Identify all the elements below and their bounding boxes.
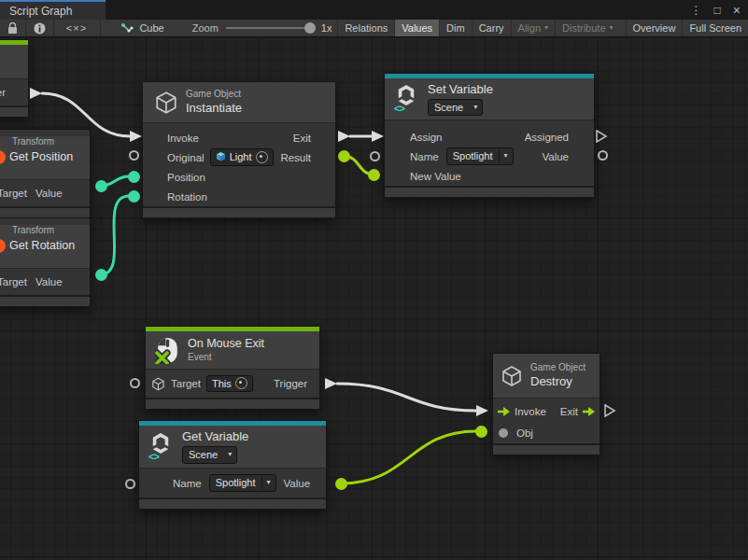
lock-button[interactable] xyxy=(0,20,25,36)
zoom-slider[interactable] xyxy=(226,27,316,29)
edge-on-mouse-exit-trigger--destroy-invoke[interactable] xyxy=(337,384,477,411)
tab-script-graph[interactable]: Script Graph xyxy=(0,0,106,20)
code-preview-button[interactable]: <×> xyxy=(53,20,100,36)
port-marker-destroy-invoke-in[interactable] xyxy=(476,405,488,416)
port-result[interactable]: Result xyxy=(280,152,311,163)
node-on-mouse-exit[interactable]: On Mouse Exit Event Target This Trigger xyxy=(145,326,320,410)
port-marker-assigned-out[interactable] xyxy=(596,130,608,143)
port-name[interactable]: Name xyxy=(410,151,439,162)
port-new-value[interactable]: New Value xyxy=(410,171,461,182)
port-rotation[interactable]: Rotation xyxy=(167,191,207,203)
port-marker-original-in[interactable] xyxy=(129,150,139,161)
port-marker-mouse-exit-trigger-out[interactable] xyxy=(325,378,337,389)
port-assign[interactable]: Assign xyxy=(410,132,443,143)
node-instantiate[interactable]: Game Object Instantiate Invoke Exit Orig… xyxy=(142,81,336,218)
port-target[interactable]: Target xyxy=(171,378,201,389)
node-destroy[interactable]: Game Object Destroy Invoke Exit xyxy=(492,353,600,455)
transform-icon xyxy=(0,239,6,253)
node-set-variable[interactable]: <> Set Variable Scene ▾ Assign Assigned … xyxy=(384,73,595,198)
port-marker-mouse-target-in[interactable] xyxy=(130,378,140,388)
port-marker-destroy-obj-in[interactable] xyxy=(475,426,487,438)
fullscreen-button[interactable]: Full Screen xyxy=(682,20,748,36)
port-marker-value-out[interactable] xyxy=(598,150,608,161)
port-target[interactable]: Target xyxy=(0,188,27,199)
port-marker-destroy-exit-out[interactable] xyxy=(604,404,616,417)
cube-icon xyxy=(501,365,523,387)
port-marker-event-trigger-out[interactable] xyxy=(30,88,42,99)
tab-title: Script Graph xyxy=(9,5,72,18)
inspect-button[interactable] xyxy=(26,20,53,36)
port-marker-instantiate-invoke-in[interactable] xyxy=(130,131,142,142)
port-exit[interactable]: Exit xyxy=(560,406,578,417)
node-footer xyxy=(143,206,335,217)
scope-dropdown[interactable]: Scene ▾ xyxy=(182,446,237,463)
port-invoke[interactable]: Invoke xyxy=(167,133,199,144)
gameobject-icon xyxy=(216,151,226,162)
port-position[interactable]: Position xyxy=(167,172,205,183)
port-marker-getvar-name-in[interactable] xyxy=(125,479,135,489)
node-get-rotation[interactable]: Transform Get Rotation Target Value xyxy=(0,217,91,307)
scope-dropdown[interactable]: Scene ▾ xyxy=(428,99,483,116)
distribute-dropdown[interactable]: Distribute▾ xyxy=(555,20,619,36)
object-picker-icon[interactable] xyxy=(235,377,247,389)
port-exit[interactable]: Exit xyxy=(293,133,311,144)
node-category: Game Object xyxy=(186,89,242,101)
close-icon[interactable]: × xyxy=(733,3,741,18)
port-name[interactable]: Name xyxy=(173,478,202,489)
node-footer xyxy=(0,295,90,306)
dim-toggle[interactable]: Dim xyxy=(439,20,472,36)
values-toggle[interactable]: Values xyxy=(394,20,439,36)
port-original[interactable]: Original xyxy=(167,152,205,163)
node-title: Get Position xyxy=(9,150,73,165)
variable-name-dropdown[interactable]: Spotlight ▾ xyxy=(446,147,514,164)
graph-breadcrumb[interactable]: Cube xyxy=(120,20,163,36)
port-invoke[interactable]: Invoke xyxy=(515,406,546,417)
target-object-field[interactable]: This xyxy=(206,375,253,392)
chevron-down-icon: ▾ xyxy=(223,449,236,460)
port-value[interactable]: Value xyxy=(35,188,63,199)
graph-canvas[interactable]: Trigger Game Object Instantiate Invoke E… xyxy=(0,37,748,560)
overview-button[interactable]: Overview xyxy=(626,20,683,36)
carry-toggle[interactable]: Carry xyxy=(472,20,511,36)
port-marker-new-value-in[interactable] xyxy=(368,169,380,181)
port-marker-getvariable-value-out[interactable] xyxy=(335,478,347,490)
node-header: Transform Get Position xyxy=(0,136,90,180)
edge-get-rotation-value--instantiate-rotation[interactable] xyxy=(101,196,129,274)
port-marker-name-in[interactable] xyxy=(370,151,380,161)
unity-variable-icon: <> xyxy=(396,85,420,113)
maximize-icon[interactable]: □ xyxy=(714,4,721,17)
port-trigger[interactable]: Trigger xyxy=(274,378,307,389)
node-category: Game Object xyxy=(530,362,586,374)
port-assigned[interactable]: Assigned xyxy=(525,132,569,143)
relations-toggle[interactable]: Relations xyxy=(337,20,394,36)
port-value[interactable]: Value xyxy=(542,151,569,162)
port-value[interactable]: Value xyxy=(284,478,311,489)
node-get-variable[interactable]: <> Get Variable Scene ▾ Name Spotlight ▾… xyxy=(138,420,327,510)
obj-port-dot[interactable] xyxy=(499,428,508,438)
node-header xyxy=(0,45,28,79)
port-marker-set-variable-assign-in[interactable] xyxy=(372,131,384,142)
node-category: Transform xyxy=(12,136,90,148)
port-marker-getposition-value-out[interactable] xyxy=(95,180,107,192)
original-object-field[interactable]: Light xyxy=(210,148,274,165)
node-event-partial[interactable]: Trigger xyxy=(0,39,29,118)
align-dropdown[interactable]: Align▾ xyxy=(511,20,555,36)
node-get-position[interactable]: Transform Get Position Target Value xyxy=(0,129,91,218)
port-marker-position-in[interactable] xyxy=(128,171,140,183)
port-marker-result-out[interactable] xyxy=(338,150,350,162)
port-marker-instantiate-exit-out[interactable] xyxy=(338,131,350,142)
edge-get-variable-value--destroy-obj[interactable] xyxy=(341,431,476,483)
port-marker-rotation-in[interactable] xyxy=(128,190,140,203)
port-target[interactable]: Target xyxy=(0,276,27,287)
port-obj[interactable]: Obj xyxy=(516,427,533,439)
zoom-slider-handle[interactable] xyxy=(304,22,316,34)
variable-brackets-icon: <> xyxy=(148,451,159,462)
port-marker-getrotation-value-out[interactable] xyxy=(95,269,107,281)
graph-icon xyxy=(120,22,134,35)
menu-icon[interactable]: ⋮ xyxy=(691,4,702,17)
zoom-value: 1x xyxy=(321,22,332,34)
object-picker-icon[interactable] xyxy=(256,151,268,163)
node-header: Game Object Instantiate xyxy=(143,82,335,123)
variable-name-dropdown[interactable]: Spotlight ▾ xyxy=(209,474,276,491)
port-value[interactable]: Value xyxy=(35,276,63,287)
